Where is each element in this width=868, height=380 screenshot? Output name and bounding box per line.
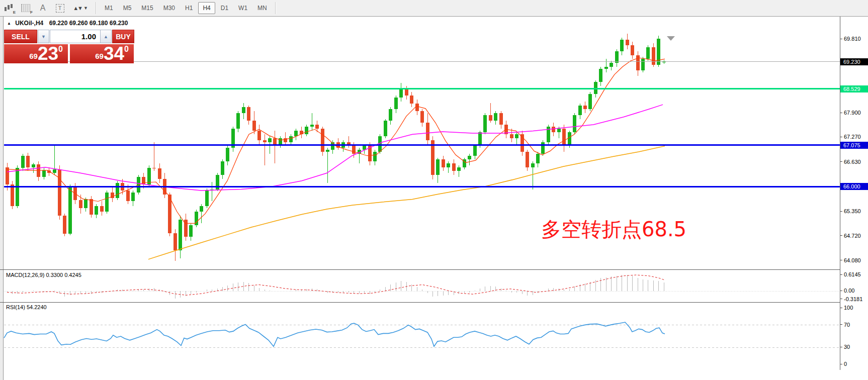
candle-body [126,191,130,202]
candle-body [457,167,461,171]
volume-input[interactable] [50,30,101,43]
macd-signal-line [7,275,665,295]
candle-body [620,40,624,51]
tf-button-m30[interactable]: M30 [159,2,180,14]
candle-body [583,106,587,110]
grid-icon-letter: F [30,10,33,15]
candle-body [473,146,477,155]
price-tick-label: 65.350 [840,208,868,214]
mt4-application: E F A T ▲▼ ▼ M1 M5 M15 M30 H1 H4 D1 W1 M… [0,0,868,380]
text-box-icon[interactable]: T [52,2,67,14]
macd-pane[interactable] [0,271,840,302]
rsi-line [4,322,665,346]
candle-body [63,216,66,234]
collapse-triangle-icon[interactable]: ▲ [7,21,11,26]
tf-button-h4-active[interactable]: H4 [198,2,215,14]
resistance-line-badge: 68.529 [840,85,868,92]
pane-separator[interactable] [0,269,868,270]
candle-body [536,154,540,163]
candle-body [279,138,282,144]
tf-button-m15[interactable]: M15 [137,2,157,14]
candle-body [100,206,104,212]
price-tick-label: 66.630 [840,159,868,165]
text-label-icon[interactable]: A [35,2,50,14]
text-box-glyph: T [56,4,64,13]
volume-increase-button[interactable]: ▲ [100,30,112,43]
arrange-objects-icon[interactable]: ▲▼ ▼ [69,2,92,14]
candle-body [273,138,277,144]
tf-button-w1[interactable]: W1 [234,2,252,14]
tf-button-m5[interactable]: M5 [119,2,136,14]
candle-body [604,67,608,69]
candle-body [652,47,655,65]
candle-body [321,129,324,152]
candle-body [310,125,314,127]
sell-price-panel[interactable]: 69 23 0 [4,44,68,63]
candle-body [79,200,82,208]
candle-body [626,40,629,46]
macd-label: MACD(12,26,9) 0.3300 0.4245 [6,272,81,278]
candle-body [557,129,561,133]
support-line-1-badge: 67.075 [840,142,868,149]
buy-price-sup: 0 [124,45,129,54]
sell-price-sup: 0 [58,45,63,54]
candle-body [263,140,267,142]
buy-price-panel[interactable]: 69 34 0 [70,44,134,63]
sell-price-prefix: 69 [29,52,38,60]
candle-body [305,127,308,134]
tf-button-h1[interactable]: H1 [181,2,197,14]
candle-body [573,115,576,133]
candle-body [152,168,156,168]
fast-ma-line [7,58,665,223]
axis-tick-mark [840,364,842,364]
rsi-pane[interactable] [0,303,840,368]
sell-button[interactable]: SELL [4,30,37,43]
candle-body [615,51,619,63]
candle-body [131,193,135,202]
candle-body [468,156,471,160]
candle-body [158,168,161,179]
candle-body [636,55,640,71]
chart-window[interactable]: ▲ UKOil-,H4 69.220 69.260 69.180 69.230 … [0,17,868,380]
tf-button-m1[interactable]: M1 [100,2,118,14]
candle-body [95,206,98,215]
candle-body [257,131,261,140]
price-tick-label: 67.900 [840,110,868,116]
candle-body [68,186,72,234]
candlestick-glyph [4,4,13,12]
price-axis[interactable]: 69.81067.90067.27066.63065.35064.72064.0… [840,17,868,370]
candle-body [657,39,660,65]
current-price-line-badge: 69.230 [840,58,868,65]
buy-button[interactable]: BUY [112,30,134,43]
arrange-glyph: ▲▼ [73,5,82,11]
volume-decrease-button[interactable]: ▼ [38,30,49,43]
candle-body [631,45,634,55]
candle-body [142,177,145,184]
axis-tick-mark [840,347,842,347]
candle-body [90,199,93,215]
candle-body [420,111,424,123]
rsi-tick-label: 100 [840,305,868,311]
candle-body [116,183,119,199]
candle-body [394,98,398,109]
one-click-trading-panel: SELL ▼ ▲ BUY 69 23 0 69 34 0 [4,30,134,63]
indicators-icon[interactable]: E [1,2,16,14]
axis-tick-mark [840,113,842,113]
candle-body [389,109,392,121]
pane-separator[interactable] [0,302,868,303]
candle-body [42,170,46,177]
candle-body [58,169,61,216]
candle-body [32,164,35,167]
candle-body [352,146,356,153]
tf-button-mn[interactable]: MN [253,2,272,14]
candle-body [326,150,329,152]
support-line-2-badge: 66.000 [840,183,868,190]
grid-icon[interactable]: F [18,2,33,14]
candle-body [173,233,177,251]
chart-shift-marker-icon[interactable] [667,36,675,41]
macd-tick-label: 0.00 [840,288,868,294]
rsi-tick-label: 0 [840,361,868,367]
rsi-tick-label: 30 [840,344,868,350]
tf-button-d1[interactable]: D1 [216,2,233,14]
candle-body [53,169,56,173]
